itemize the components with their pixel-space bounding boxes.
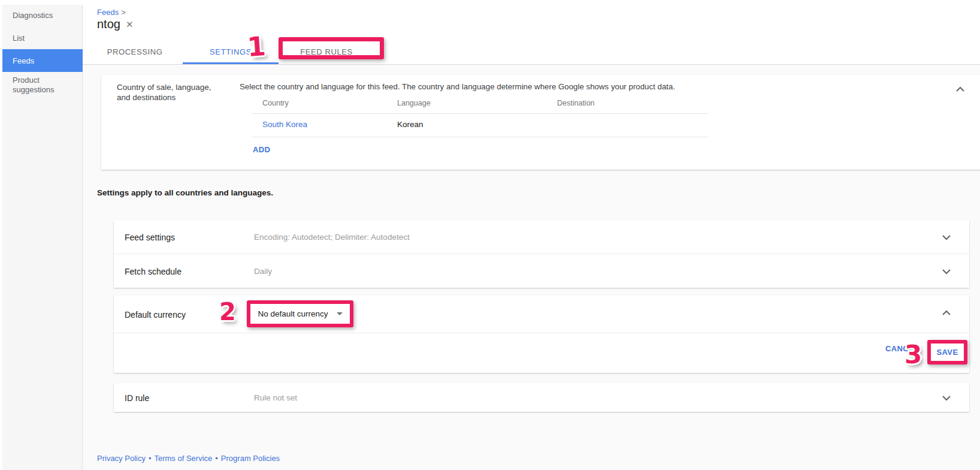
tab-processing[interactable]: PROCESSING bbox=[87, 40, 183, 65]
merchant-center-feed-settings-screen: Diagnostics List Feeds Product suggestio… bbox=[0, 0, 980, 470]
breadcrumb-feeds-link[interactable]: Feeds bbox=[97, 8, 119, 17]
tab-settings[interactable]: SETTINGS bbox=[183, 40, 279, 65]
page-header: Feeds> ntog✕ PROCESSING SETTINGS FEED RU… bbox=[83, 0, 980, 65]
row-label: Default currency bbox=[125, 310, 186, 320]
language-cell: Korean bbox=[397, 120, 424, 129]
dropdown-value: No default currency bbox=[258, 309, 328, 318]
sidebar-item-diagnostics[interactable]: Diagnostics bbox=[0, 5, 83, 25]
chevron-down-icon[interactable] bbox=[942, 234, 951, 240]
breadcrumb-separator: > bbox=[121, 8, 126, 17]
page-title: ntog✕ bbox=[97, 17, 134, 31]
chevron-down-icon[interactable] bbox=[942, 269, 951, 275]
country-card-description: Select the country and language for this… bbox=[240, 82, 719, 91]
dropdown-caret-icon bbox=[337, 312, 343, 315]
window-edge-top bbox=[0, 0, 83, 5]
row-label: Fetch schedule bbox=[125, 267, 182, 276]
footer-links: Privacy Policy•Terms of Service•Program … bbox=[97, 454, 280, 463]
column-header-country: Country bbox=[262, 99, 289, 107]
country-link-south-korea[interactable]: South Korea bbox=[262, 120, 307, 129]
chevron-up-icon[interactable] bbox=[955, 86, 965, 92]
row-label: ID rule bbox=[125, 393, 149, 403]
privacy-policy-link[interactable]: Privacy Policy bbox=[97, 454, 146, 463]
default-currency-dropdown[interactable]: No default currency bbox=[247, 300, 353, 327]
feed-name: ntog bbox=[97, 17, 120, 31]
row-divider bbox=[114, 254, 969, 254]
row-value: Rule not set bbox=[254, 393, 297, 402]
terms-of-service-link[interactable]: Terms of Service bbox=[154, 454, 212, 463]
breadcrumb: Feeds> bbox=[97, 8, 126, 17]
column-header-language: Language bbox=[397, 99, 431, 107]
country-card-title: Country of sale, language, and destinati… bbox=[117, 82, 219, 103]
country-of-sale-card: Country of sale, language, and destinati… bbox=[101, 75, 980, 170]
footer-separator: • bbox=[149, 454, 152, 463]
active-tab-underline bbox=[183, 62, 279, 64]
sidebar-item-product-suggestions[interactable]: Product suggestions bbox=[0, 76, 83, 102]
footer-separator: • bbox=[215, 454, 218, 463]
sidebar: Diagnostics List Feeds Product suggestio… bbox=[0, 0, 83, 470]
sidebar-item-label: Product suggestions bbox=[13, 76, 64, 95]
row-value: Daily bbox=[254, 267, 272, 276]
save-button[interactable]: SAVE bbox=[936, 348, 958, 357]
tab-feed-rules[interactable]: FEED RULES bbox=[279, 40, 374, 65]
window-edge-left bbox=[0, 0, 2, 470]
close-icon[interactable]: ✕ bbox=[126, 19, 134, 29]
sidebar-item-list[interactable]: List bbox=[0, 28, 83, 48]
sidebar-item-label: List bbox=[13, 34, 25, 43]
row-label: Feed settings bbox=[125, 233, 175, 242]
sidebar-item-feeds[interactable]: Feeds bbox=[0, 49, 83, 72]
table-divider bbox=[252, 113, 708, 114]
row-divider bbox=[114, 333, 969, 333]
sidebar-item-label: Diagnostics bbox=[13, 11, 53, 20]
default-currency-card: Default currency No default currency CAN… bbox=[114, 296, 969, 373]
table-divider bbox=[252, 137, 708, 137]
add-button[interactable]: ADD bbox=[253, 145, 270, 154]
feed-settings-card: Feed settings Encoding: Autodetect; Deli… bbox=[114, 220, 969, 288]
chevron-up-icon[interactable] bbox=[942, 310, 951, 316]
sidebar-item-label: Feeds bbox=[13, 56, 34, 65]
cancel-button[interactable]: CANCEL bbox=[885, 344, 919, 353]
row-value: Encoding: Autodetect; Delimiter: Autodet… bbox=[254, 233, 410, 242]
program-policies-link[interactable]: Program Policies bbox=[221, 454, 280, 463]
settings-scope-note: Settings apply to all countries and lang… bbox=[97, 188, 273, 197]
chevron-down-icon[interactable] bbox=[942, 395, 951, 401]
column-header-destination: Destination bbox=[557, 99, 595, 107]
id-rule-card[interactable]: ID rule Rule not set bbox=[114, 383, 969, 412]
save-button-annotation-box[interactable]: SAVE bbox=[927, 340, 967, 364]
